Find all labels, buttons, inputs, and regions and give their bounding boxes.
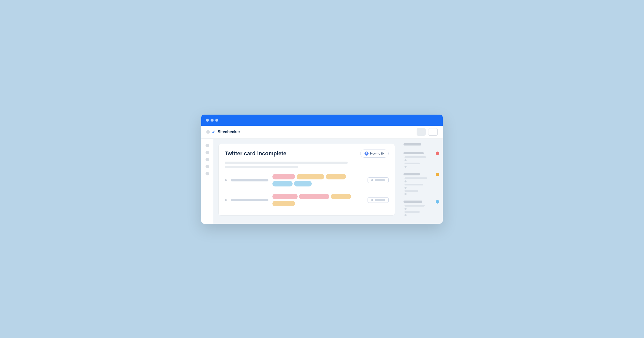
rs-row-1: [404, 143, 439, 146]
rs-subline-3c: [405, 190, 418, 192]
dot-green: [215, 119, 218, 122]
rs-badge-blue: [436, 200, 439, 204]
nav-item-5[interactable]: [206, 172, 209, 175]
browser-dots: [206, 119, 218, 122]
header-row: ✔ Sitechecker: [201, 126, 443, 139]
rs-group-2: [404, 152, 439, 168]
tag-pink-3: [299, 194, 329, 199]
rs-row-4: [404, 200, 439, 204]
rs-subdot-3c: [405, 193, 407, 195]
rs-subline-2b: [405, 163, 420, 164]
row-url-bar-2: [231, 199, 268, 201]
tags-area-1: [272, 174, 364, 186]
rs-row-3: [404, 173, 439, 176]
logo-area: ✔ Sitechecker: [206, 129, 417, 135]
row-dot-2: [225, 199, 227, 201]
logo-text: Sitechecker: [218, 130, 240, 134]
question-icon: ?: [365, 152, 369, 156]
tag-pink-1: [272, 174, 295, 179]
action-btn-line-1: [375, 179, 385, 181]
logo-checkmark-icon: ✔: [212, 129, 216, 135]
dot-yellow: [211, 119, 214, 122]
tags-area-2: [272, 194, 364, 206]
table-row: [225, 170, 389, 190]
action-button-2[interactable]: [368, 197, 389, 203]
table-row-2: [225, 190, 389, 210]
nav-item-1[interactable]: [206, 144, 209, 147]
tag-orange-1: [297, 174, 324, 179]
tag-orange-2: [326, 174, 346, 179]
action-button-1[interactable]: [368, 177, 389, 183]
desc-line-1: [225, 162, 348, 164]
main-card: Twitter card incomplete ? How to fix: [218, 144, 395, 216]
action-btn-dot-1: [371, 179, 373, 181]
dot-red: [206, 119, 209, 122]
rs-group-1: [404, 143, 439, 147]
tag-blue-2: [294, 181, 312, 186]
header-buttons: [417, 128, 438, 136]
rs-line-1: [404, 143, 421, 146]
rs-subline-4b: [405, 211, 420, 213]
rs-subline-4a: [405, 205, 425, 207]
rs-subdot-2a: [405, 159, 407, 161]
rs-subline-2a: [405, 156, 426, 158]
rs-line-3: [404, 173, 420, 175]
rs-sublines-4: [404, 205, 439, 216]
main-layout: Twitter card incomplete ? How to fix: [201, 139, 443, 224]
rs-subdot-2b: [405, 166, 407, 168]
rs-subdot-3a: [405, 180, 407, 182]
rs-subline-3b: [405, 184, 423, 185]
logo-circle: [206, 130, 210, 134]
rs-subdot-4b: [405, 214, 407, 216]
card-header: Twitter card incomplete ? How to fix: [225, 150, 389, 158]
header-button-2[interactable]: [428, 128, 438, 136]
tag-orange-4: [272, 201, 295, 206]
rs-sublines-2: [404, 156, 439, 168]
rs-subline-3a: [405, 177, 427, 179]
desc-line-2: [225, 166, 298, 168]
how-to-fix-button[interactable]: ? How to fix: [360, 150, 389, 158]
rs-badge-red: [436, 152, 439, 155]
content-area: Twitter card incomplete ? How to fix: [213, 139, 400, 224]
tag-pink-2: [272, 194, 298, 199]
row-url-bar-1: [231, 179, 268, 181]
left-sidebar-nav: [201, 139, 213, 224]
rs-line-2: [404, 152, 424, 154]
tag-orange-3: [331, 194, 351, 199]
browser-titlebar: [201, 115, 443, 126]
right-sidebar: [400, 139, 443, 224]
how-to-fix-label: How to fix: [370, 152, 384, 155]
header-button-1[interactable]: [417, 128, 426, 136]
nav-item-2[interactable]: [206, 151, 209, 154]
browser-window: ✔ Sitechecker Twitter card incomplete: [201, 115, 443, 224]
nav-item-4[interactable]: [206, 165, 209, 168]
rs-line-4: [404, 201, 422, 203]
rs-subdot-4a: [405, 208, 407, 210]
card-title: Twitter card incomplete: [225, 150, 286, 157]
tag-blue-1: [272, 181, 293, 186]
nav-item-3[interactable]: [206, 158, 209, 161]
rs-badge-orange: [436, 173, 439, 176]
row-dot-1: [225, 179, 227, 181]
rs-row-2: [404, 152, 439, 155]
action-btn-line-2: [375, 199, 385, 201]
rs-subdot-3b: [405, 187, 407, 189]
rs-sublines-3: [404, 177, 439, 195]
rs-group-4: [404, 200, 439, 216]
rs-group-3: [404, 173, 439, 195]
action-btn-dot-2: [371, 199, 373, 201]
